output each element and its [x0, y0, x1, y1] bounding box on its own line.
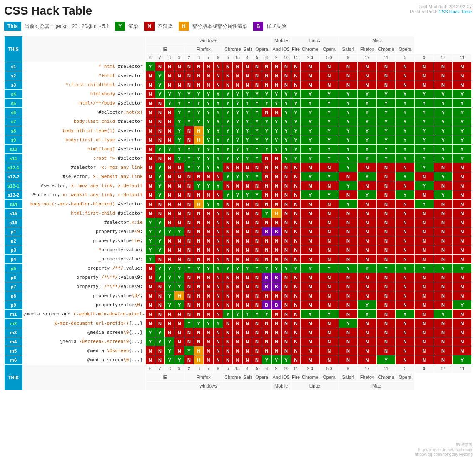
support-cell: Y [165, 90, 174, 98]
support-cell: N [146, 71, 155, 80]
support-cell: N [194, 209, 203, 218]
support-cell: Y [301, 99, 319, 108]
support-cell: Y [282, 135, 291, 144]
support-cell: Y [339, 90, 358, 98]
support-cell: N [184, 200, 194, 208]
support-cell: N [434, 346, 453, 355]
support-cell: Y [194, 163, 203, 172]
support-cell: N [165, 117, 174, 126]
support-cell: N [301, 71, 319, 80]
support-cell: N [453, 80, 471, 89]
support-cell: N [282, 255, 291, 263]
support-cell: N [165, 62, 174, 71]
support-cell: Y [301, 108, 319, 117]
support-cell: Y [194, 154, 203, 162]
support-cell: N [339, 310, 358, 318]
support-cell: N [301, 282, 319, 291]
support-cell: N [272, 218, 281, 227]
support-cell: Y [214, 145, 223, 153]
support-cell: Y [252, 310, 262, 318]
support-cell: N [184, 209, 194, 218]
version-footer: 4 [243, 365, 252, 372]
this-corner-top: THIS [5, 36, 22, 62]
support-cell: N [165, 236, 174, 245]
support-cell: N [223, 355, 232, 364]
legend: This 当前浏览器：gecko , 20 , 20@ nt - 5.1 Y 渲… [4, 22, 472, 31]
selector-cell: body:nth-of-type(1) #selector [23, 126, 145, 135]
support-cell: Y [320, 90, 339, 98]
support-cell: Y [165, 346, 174, 355]
support-cell: N [262, 291, 271, 300]
support-cell: Y [453, 108, 471, 117]
version-footer: 17 [358, 365, 376, 372]
version-header: 10 [282, 54, 291, 62]
support-cell: Y [453, 117, 471, 126]
selector-cell: #selector:not(x) [23, 108, 145, 117]
support-cell: N [243, 300, 252, 309]
support-cell: N [233, 71, 242, 80]
support-cell: Y [155, 227, 164, 236]
row-id: s16 [5, 218, 22, 227]
support-cell: N [204, 190, 213, 199]
selector-cell: #selector, x:-moz-any-link, x:default [23, 181, 145, 190]
support-cell: N [291, 200, 300, 208]
support-cell: N [165, 163, 174, 172]
support-cell: N [291, 337, 300, 346]
support-cell: N [396, 62, 414, 71]
os-group: Mobile [272, 36, 291, 45]
support-cell: Y [358, 264, 376, 272]
support-cell: N [272, 200, 281, 208]
support-cell: Y [214, 126, 223, 135]
support-cell: Y [301, 172, 319, 181]
support-cell: N [204, 71, 213, 80]
version-footer: 6 [146, 365, 155, 372]
selector-cell: html>body #selector [23, 90, 145, 98]
support-cell: N [223, 218, 232, 227]
support-cell: N [339, 80, 358, 89]
support-cell: N [282, 181, 291, 190]
support-cell: Y [396, 145, 414, 153]
support-cell: N [214, 62, 223, 71]
support-cell: N [358, 282, 376, 291]
support-cell: N [377, 236, 396, 245]
support-cell: N [396, 245, 414, 254]
support-cell: Y [377, 108, 396, 117]
support-cell: Y [155, 328, 164, 337]
support-cell: N [339, 273, 358, 282]
row-id: p6 [5, 273, 22, 282]
support-cell: N [223, 328, 232, 337]
support-cell: N [291, 245, 300, 254]
support-cell: Y [262, 355, 271, 364]
version-header: 9 [415, 54, 434, 62]
support-cell: Y [301, 190, 319, 199]
support-cell: N [358, 62, 376, 71]
support-cell: Y [339, 145, 358, 153]
support-cell: N [396, 328, 414, 337]
support-cell: Y [252, 99, 262, 108]
support-cell: Y [252, 90, 262, 98]
support-cell: Y [204, 319, 213, 328]
support-cell: N [434, 80, 453, 89]
support-cell: N [396, 71, 414, 80]
related-link[interactable]: CSS Hack Table [439, 9, 472, 14]
support-cell: N [377, 319, 396, 328]
support-cell: N [415, 355, 434, 364]
support-cell: Y [214, 117, 223, 126]
support-cell: Y [194, 117, 203, 126]
support-cell: N [434, 227, 453, 236]
support-cell: N [434, 236, 453, 245]
support-cell: N [155, 300, 164, 309]
support-cell: N [214, 80, 223, 89]
support-cell: N [453, 236, 471, 245]
support-cell: Y [291, 99, 300, 108]
support-cell: Y [194, 264, 203, 272]
support-cell: Y [146, 328, 155, 337]
support-cell: N [204, 355, 213, 364]
support-cell: N [272, 255, 281, 263]
support-cell: N [358, 319, 376, 328]
support-cell: Y [174, 273, 184, 282]
support-cell: N [320, 200, 339, 208]
support-cell: N [174, 163, 184, 172]
support-cell: N [301, 62, 319, 71]
support-cell: N [262, 181, 271, 190]
